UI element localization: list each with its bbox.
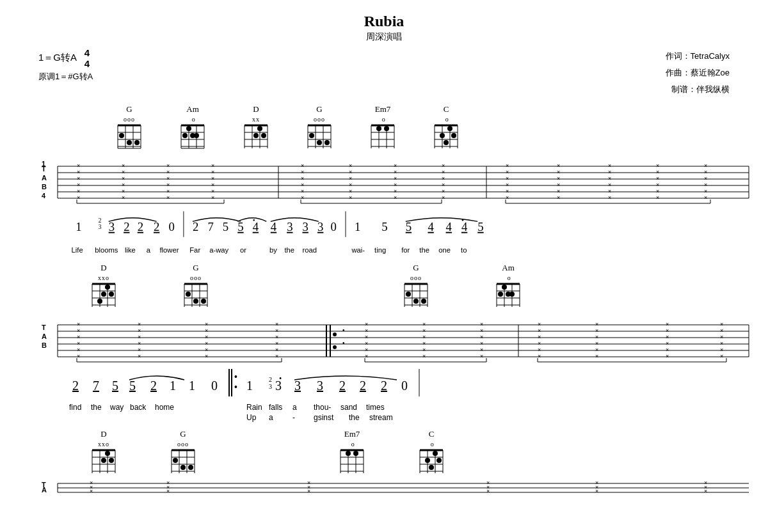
svg-text:-: -	[292, 413, 295, 422]
svg-text:×: ×	[656, 188, 659, 194]
svg-point-418	[188, 465, 193, 470]
svg-text:×: ×	[538, 327, 541, 334]
svg-text:×: ×	[442, 194, 445, 201]
chord-G-3: G ooo	[182, 263, 210, 309]
svg-text:the: the	[284, 246, 294, 254]
svg-text:×: ×	[422, 347, 426, 353]
svg-text:×: ×	[720, 321, 723, 327]
svg-text:×: ×	[301, 188, 304, 194]
svg-text:×: ×	[166, 162, 170, 169]
svg-point-34	[261, 133, 266, 138]
svg-text:×: ×	[365, 347, 368, 353]
svg-point-46	[324, 140, 330, 145]
svg-text:×: ×	[595, 353, 598, 359]
svg-text:×: ×	[557, 194, 560, 201]
svg-text:B: B	[42, 183, 47, 191]
svg-text:5: 5	[112, 379, 118, 393]
tab-staff-1: T A B 1 4 × ×	[38, 153, 730, 205]
svg-text:×: ×	[211, 194, 214, 201]
svg-text:0: 0	[331, 220, 337, 233]
svg-text:×: ×	[275, 347, 278, 353]
svg-point-250	[421, 299, 426, 304]
svg-text:×: ×	[394, 194, 397, 201]
svg-text:×: ×	[365, 334, 368, 340]
svg-text:×: ×	[211, 188, 214, 194]
svg-point-228	[97, 299, 102, 304]
svg-text:for: for	[401, 246, 410, 254]
svg-text:×: ×	[90, 488, 93, 494]
svg-point-226	[109, 292, 114, 297]
svg-text:3: 3	[317, 220, 323, 233]
svg-text:×: ×	[608, 175, 611, 182]
svg-point-439	[436, 458, 442, 463]
svg-text:×: ×	[301, 194, 304, 201]
svg-text:way: way	[109, 403, 124, 412]
svg-text:×: ×	[301, 182, 304, 188]
svg-text:A: A	[42, 332, 47, 340]
svg-text:×: ×	[122, 162, 125, 169]
svg-point-238	[193, 299, 198, 304]
svg-text:×: ×	[365, 340, 368, 347]
svg-text:×: ×	[442, 162, 445, 169]
svg-text:×: ×	[704, 188, 707, 194]
svg-text:×: ×	[349, 162, 352, 169]
svg-text:×: ×	[595, 327, 598, 334]
lyrics-line-1: Life blooms like a flower Far a-way or b…	[38, 242, 730, 256]
svg-text:2: 2	[154, 220, 159, 233]
svg-text:×: ×	[166, 175, 170, 182]
tab-staff-3-partial: T A × × × × × × × × × × × × ×	[38, 478, 730, 497]
svg-text:×: ×	[307, 488, 310, 494]
svg-text:×: ×	[608, 182, 611, 188]
svg-text:flower: flower	[159, 246, 179, 254]
svg-text:×: ×	[211, 182, 214, 188]
chord-G-5: G ooo	[169, 429, 197, 476]
svg-text:3: 3	[99, 224, 102, 230]
svg-text:×: ×	[480, 321, 483, 327]
svg-text:•: •	[342, 327, 345, 334]
svg-text:B: B	[42, 341, 47, 349]
svg-text:×: ×	[349, 182, 352, 188]
svg-text:×: ×	[480, 340, 483, 347]
svg-text:×: ×	[506, 182, 509, 188]
svg-point-262	[498, 292, 503, 297]
svg-text:×: ×	[557, 175, 560, 182]
svg-text:4: 4	[271, 220, 277, 233]
svg-text:×: ×	[349, 194, 352, 201]
svg-text:the: the	[349, 413, 360, 422]
svg-text:•: •	[253, 216, 255, 224]
notation-line-2: 2 7 5 5 2 1 1 0 • • 1 2	[38, 366, 730, 401]
svg-text:2: 2	[72, 379, 79, 393]
svg-text:3: 3	[275, 379, 282, 393]
chord-Am-2: Am o	[494, 263, 522, 309]
svg-text:1: 1	[42, 160, 45, 168]
svg-text:to: to	[461, 246, 467, 254]
svg-text:falls: falls	[269, 403, 282, 412]
svg-text:×: ×	[656, 182, 659, 188]
svg-text:×: ×	[122, 194, 125, 201]
chord-G-4: G ooo	[402, 263, 430, 309]
svg-text:×: ×	[77, 188, 80, 194]
svg-text:×: ×	[365, 327, 368, 334]
svg-text:gsinst: gsinst	[314, 413, 334, 422]
svg-text:a: a	[269, 413, 273, 422]
svg-text:times: times	[366, 403, 385, 412]
svg-text:×: ×	[301, 175, 304, 182]
svg-text:×: ×	[506, 162, 509, 169]
svg-text:×: ×	[442, 175, 445, 182]
svg-text:×: ×	[211, 175, 214, 182]
svg-text:×: ×	[205, 353, 208, 359]
svg-point-35	[253, 133, 259, 138]
svg-text:×: ×	[608, 162, 611, 169]
svg-text:back: back	[130, 403, 147, 412]
chord-D-1: D xx	[242, 104, 270, 151]
svg-text:×: ×	[720, 327, 723, 334]
author-info: 作词：TetraCalyx 作曲：蔡近翰Zoe 制谱：伴我纵横	[666, 48, 730, 98]
svg-text:×: ×	[656, 175, 659, 182]
svg-point-275	[333, 332, 337, 336]
svg-text:×: ×	[442, 169, 445, 175]
svg-text:5: 5	[223, 220, 228, 233]
key-info: 1＝G转A 4 4 原调1＝#G转A	[38, 48, 93, 84]
svg-text:×: ×	[480, 347, 483, 353]
svg-point-21	[186, 126, 191, 131]
svg-text:×: ×	[720, 334, 723, 340]
